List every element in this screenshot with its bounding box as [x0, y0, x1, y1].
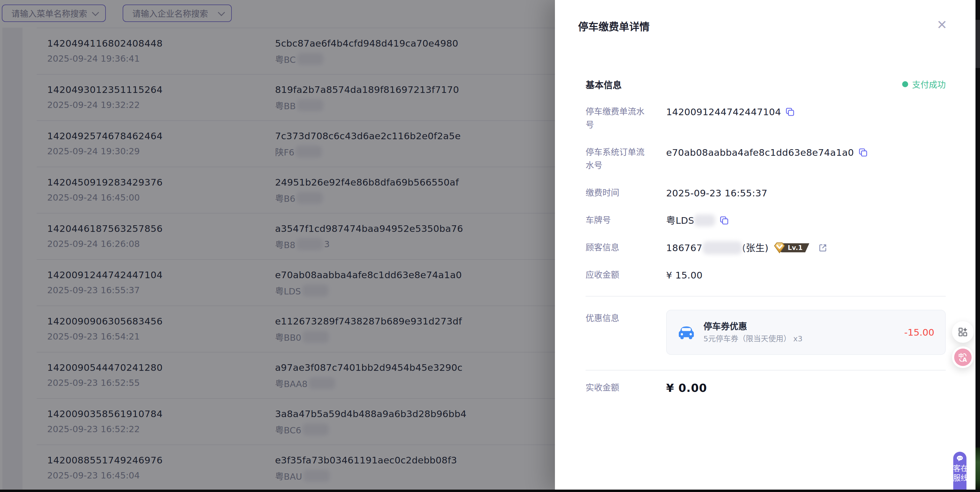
- scrollbar-track: [975, 0, 980, 492]
- detail-drawer: 停车缴费单详情 ✕ 基本信息 支付成功 停车缴费单流水号 14200912447…: [555, 0, 975, 492]
- field-pay-time: 缴费时间 2025-09-23 16:55:37: [585, 186, 946, 200]
- gold-gem-icon: [773, 242, 786, 253]
- coupon-card: 停车券优惠 5元停车券（限当天使用） x3 -15.00: [666, 310, 946, 355]
- discount-section: 优惠信息 停车券优惠 5元停车券（限当天使用） x3 -15.00: [585, 312, 946, 355]
- field-value: 粤LDS: [666, 214, 729, 227]
- divider: [585, 296, 946, 296]
- field-label: 车牌号: [585, 214, 650, 227]
- translate-circle: 中A: [954, 349, 972, 366]
- field-value: e70ab08aabba4afe8c1dd63e8e74a1a0: [666, 146, 868, 159]
- wallpaper-edge: [975, 447, 980, 490]
- field-serial: 停车缴费单流水号 1420091244742447104: [585, 105, 946, 132]
- field-value: 2025-09-23 16:55:37: [666, 186, 767, 200]
- svg-text:A: A: [963, 357, 967, 363]
- coupon-title: 停车券优惠: [703, 321, 803, 332]
- scrollbar-thumb[interactable]: [975, 20, 980, 68]
- status-label: 支付成功: [912, 78, 946, 90]
- field-label: 实收金额: [585, 381, 650, 395]
- field-label: 缴费时间: [585, 186, 650, 200]
- field-plate: 车牌号 粤LDS: [585, 214, 946, 227]
- external-link-icon[interactable]: [818, 243, 827, 252]
- field-customer: 顾客信息 186767 (张生) Lv.1: [585, 241, 946, 255]
- coupon-texts: 停车券优惠 5元停车券（限当天使用） x3: [703, 321, 803, 344]
- field-label: 应收金额: [585, 269, 650, 282]
- green-dot-icon: [902, 81, 908, 87]
- field-value: 186767 (张生) Lv.1: [666, 241, 827, 255]
- status-badge: 支付成功: [902, 78, 946, 90]
- field-system-serial: 停车系统订单流水号 e70ab08aabba4afe8c1dd63e8e74a1…: [585, 146, 946, 172]
- divider: [585, 370, 946, 371]
- widgets-fab[interactable]: [952, 321, 974, 343]
- customer-service-button[interactable]: 在线客服: [953, 452, 966, 492]
- basic-info-header: 基本信息 支付成功: [585, 78, 946, 91]
- received-section: 实收金额 ¥ 0.00: [585, 381, 946, 395]
- customer-service-label: 在线客服: [953, 464, 966, 492]
- field-list: 停车缴费单流水号 1420091244742447104 停车系统订单流水号 e…: [585, 105, 946, 282]
- drawer-title: 停车缴费单详情: [578, 21, 946, 33]
- field-value: 1420091244742447104: [666, 105, 795, 118]
- field-label: 顾客信息: [585, 241, 650, 255]
- screen: 请输入菜单名称搜索 请输入企业名称搜索 1420494116802408448 …: [0, 0, 980, 492]
- member-level-badge: Lv.1: [773, 242, 810, 253]
- field-label: 优惠信息: [585, 312, 650, 325]
- translate-fab[interactable]: 中A: [952, 346, 974, 368]
- car-icon: [678, 325, 695, 340]
- field-receivable: 应收金额 ¥ 15.00: [585, 269, 946, 282]
- discount-amount: -15.00: [904, 327, 934, 338]
- received-amount: ¥ 0.00: [666, 382, 707, 395]
- coupon-desc: 5元停车券（限当天使用） x3: [703, 334, 803, 344]
- redaction-blur: [703, 241, 742, 255]
- window-bottom-edge: [0, 490, 980, 492]
- section-title: 基本信息: [585, 78, 622, 91]
- close-button[interactable]: ✕: [935, 18, 948, 32]
- field-label: 停车缴费单流水号: [585, 105, 650, 132]
- widgets-sparkle-icon: [958, 326, 968, 338]
- close-icon: ✕: [937, 18, 947, 32]
- copy-icon[interactable]: [785, 107, 795, 117]
- copy-icon[interactable]: [858, 148, 868, 157]
- chat-bubble-icon: [955, 455, 965, 462]
- copy-icon[interactable]: [719, 216, 729, 225]
- translate-icon: 中A: [958, 352, 968, 363]
- field-value: ¥ 15.00: [666, 269, 703, 282]
- field-label: 停车系统订单流水号: [585, 146, 650, 172]
- redaction-blur: [694, 215, 715, 226]
